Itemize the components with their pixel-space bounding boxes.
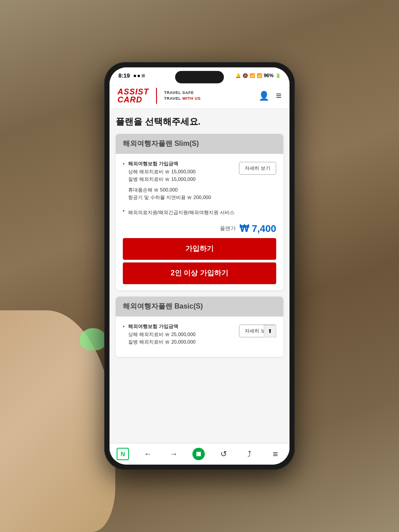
browser-menu-icon: ≡ <box>273 449 278 459</box>
bullet-6: 항공기 및 수하물 지연비용 ₩ 200,000 <box>123 194 235 202</box>
tagline-accent: WITH US <box>182 96 201 101</box>
plan-details-slim: 해외여행보험 가입금액 상해 해외치료비 ₩ 15,000,000 질병 해외치… <box>123 160 276 202</box>
wifi-icon: 📶 <box>250 73 255 78</box>
service-row: • 해외의료지원/해외긴급지원/해외여행지원 서비스 <box>123 206 276 219</box>
status-left: 8:19 ■ ■ ⊞ <box>118 72 145 79</box>
battery-icon: 🔋 <box>275 73 281 78</box>
bullet-2: 상해 해외치료비 ₩ 15,000,000 <box>123 168 235 176</box>
tagline-line-2: TRAVEL WITH US <box>164 96 201 102</box>
status-time: 8:19 <box>118 72 130 79</box>
hand <box>0 310 115 532</box>
price-value: ₩ 7,400 <box>239 223 276 235</box>
plan-header-basic: 해외여행자플랜 Basic(S) <box>116 297 283 317</box>
browser-menu-btn[interactable]: ≡ <box>268 447 282 461</box>
nail <box>80 328 106 350</box>
plan-price-row: 플랜가 ₩ 7,400 <box>123 219 276 238</box>
basic-detail-wrapper: 자세히 보기 ⬆ <box>235 323 276 337</box>
tagline-line-1: TRAVEL SAFE <box>164 90 201 96</box>
home-btn[interactable] <box>192 448 205 460</box>
bullet-5: 휴대품손해 ₩ 500,000 <box>123 186 235 194</box>
refresh-btn[interactable]: ↺ <box>216 447 231 461</box>
mute-icon: 🔕 <box>243 73 248 78</box>
battery-text: 96% <box>264 73 274 78</box>
camera-notch <box>175 71 224 83</box>
logo-card: CARD <box>117 96 149 104</box>
plan-header-slim: 해외여행자플랜 Slim(S) <box>116 134 283 154</box>
nav-right: 👤 ≡ <box>258 90 282 102</box>
back-icon: ← <box>144 450 152 459</box>
join-btn-slim[interactable]: 가입하기 <box>123 238 276 260</box>
naver-n-btn[interactable]: N <box>117 448 129 460</box>
menu-hamburger-icon[interactable]: ≡ <box>276 90 282 102</box>
plan-info-slim: 해외여행보험 가입금액 상해 해외치료비 ₩ 15,000,000 질병 해외치… <box>123 160 235 202</box>
phone-screen: 8:19 ■ ■ ⊞ 🔔 🔕 📶 📶 96% 🔋 ASSIST CARD <box>110 67 289 465</box>
share-btn[interactable]: ⤴ <box>243 447 257 461</box>
top-nav: ASSIST CARD TRAVEL SAFE TRAVEL WITH US 👤… <box>110 83 289 109</box>
user-icon[interactable]: 👤 <box>258 90 270 101</box>
basic-bullet-2: 상해 해외치료비 ₩ 25,000,000 <box>123 331 235 339</box>
page-content: 플랜을 선택해주세요. 해외여행자플랜 Slim(S) 해외여행보험 가입금액 … <box>110 109 289 443</box>
scroll-top-btn[interactable]: ⬆ <box>264 325 276 337</box>
plan-title-basic: 해외여행자플랜 Basic(S) <box>123 302 203 310</box>
plan-card-basic: 해외여행자플랜 Basic(S) 해외여행보험 가입금액 상해 해외치료비 ₩ … <box>116 297 283 357</box>
basic-bullet-1: 해외여행보험 가입금액 <box>123 323 235 331</box>
join-multi-btn-slim[interactable]: 2인 이상 가입하기 <box>123 262 276 284</box>
page-title: 플랜을 선택해주세요. <box>116 116 283 128</box>
plan-bullet-list-basic: 해외여행보험 가입금액 상해 해외치료비 ₩ 25,000,000 질병 해외치… <box>123 323 235 346</box>
plan-bullet-list-slim: 해외여행보험 가입금액 상해 해외치료비 ₩ 15,000,000 질병 해외치… <box>123 160 235 202</box>
refresh-icon: ↺ <box>220 449 227 459</box>
phone-shell: 8:19 ■ ■ ⊞ 🔔 🔕 📶 📶 96% 🔋 ASSIST CARD <box>104 62 295 470</box>
plan-details-basic: 해외여행보험 가입금액 상해 해외치료비 ₩ 25,000,000 질병 해외치… <box>123 323 276 346</box>
plan-info-basic: 해외여행보험 가입금액 상해 해외치료비 ₩ 25,000,000 질병 해외치… <box>123 323 235 346</box>
price-label: 플랜가 <box>220 225 236 232</box>
status-squares: ■ ■ ⊞ <box>133 73 145 78</box>
detail-btn-slim[interactable]: 자세히 보기 <box>239 162 276 175</box>
plan-title-slim: 해외여행자플랜 Slim(S) <box>123 140 199 147</box>
bullet-1: 해외여행보험 가입금액 <box>123 160 235 168</box>
status-icons: 🔔 🔕 📶 📶 96% 🔋 <box>235 73 281 78</box>
share-icon: ⤴ <box>247 450 251 459</box>
logo-area: ASSIST CARD TRAVEL SAFE TRAVEL WITH US <box>117 88 201 104</box>
forward-icon: → <box>170 450 178 459</box>
forward-btn[interactable]: → <box>167 447 181 461</box>
plan-card-slim: 해외여행자플랜 Slim(S) 해외여행보험 가입금액 상해 해외치료비 ₩ 1… <box>116 134 283 290</box>
plan-body-slim: 해외여행보험 가입금액 상해 해외치료비 ₩ 15,000,000 질병 해외치… <box>116 154 283 290</box>
plan-body-basic: 해외여행보험 가입금액 상해 해외치료비 ₩ 25,000,000 질병 해외치… <box>116 317 283 357</box>
basic-bullet-3: 질병 해외치료비 ₩ 20,000,000 <box>123 338 235 346</box>
bullet-3: 질병 해외치료비 ₩ 15,000,000 <box>123 176 235 184</box>
back-btn[interactable]: ← <box>141 447 155 461</box>
logo-assist: ASSIST <box>117 88 149 96</box>
logo-divider <box>156 88 157 104</box>
logo-tagline: TRAVEL SAFE TRAVEL WITH US <box>164 90 201 101</box>
bottom-nav: N ← → ↺ ⤴ ≡ <box>110 443 289 465</box>
home-dot-icon <box>196 452 201 456</box>
alarm-icon: 🔔 <box>235 73 241 78</box>
logo-text: ASSIST CARD <box>117 88 149 104</box>
signal-icon: 📶 <box>257 73 262 78</box>
